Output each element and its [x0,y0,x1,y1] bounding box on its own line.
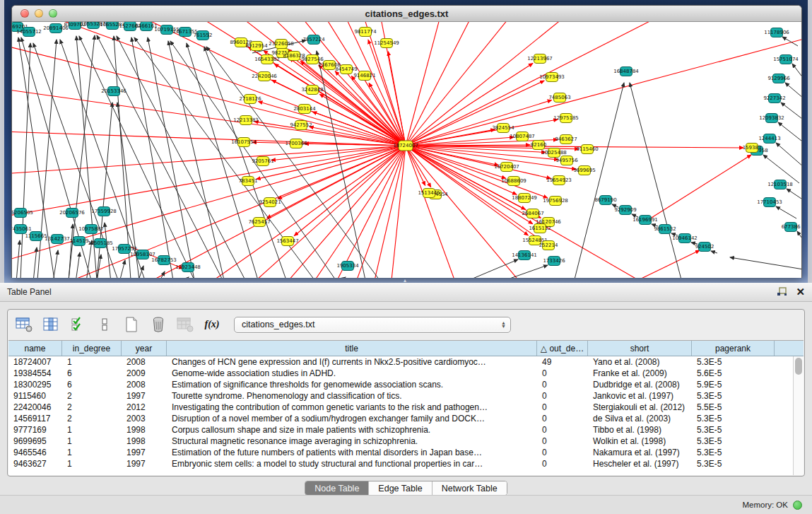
graph-node[interactable]: 10688609 [501,177,526,186]
select-all-icon[interactable] [69,315,87,334]
graph-node[interactable]: 23226058 [269,40,294,49]
scrollbar-thumb[interactable] [795,358,802,375]
table-row[interactable]: 2242004622012Investigating the contribut… [8,402,804,413]
graph-node[interactable]: 9699695 [573,166,595,175]
graph-node[interactable]: 16543382 [254,55,280,64]
table-cell[interactable]: 0 [537,390,588,402]
table-cell[interactable]: 1 [62,356,122,368]
graph-node[interactable]: 9227342 [763,94,785,103]
table-cell[interactable]: 5.3E-5 [692,390,775,402]
graph-node[interactable]: 1244413 [758,134,780,144]
graph-node[interactable]: 10946142 [672,234,698,243]
column-header-out_de[interactable]: △ out_de… [537,341,588,356]
graph-node[interactable]: 9205761 [252,157,273,166]
table-cell[interactable]: 2 [62,402,122,413]
tab-edge-table[interactable]: Edge Table [369,481,432,495]
graph-node[interactable]: 3242848 [301,86,323,95]
table-cell[interactable]: 5.3E-5 [692,458,775,469]
graph-node[interactable]: 7857224 [302,35,325,45]
table-cell[interactable]: 5.5E-5 [692,402,775,413]
graph-node[interactable]: 11254549 [374,39,399,48]
row-height-icon[interactable] [95,315,114,334]
tab-network-table[interactable]: Network Table [433,481,507,495]
graph-node[interactable]: 9115460 [576,145,598,154]
citation-edge[interactable] [500,265,548,278]
table-row[interactable]: 977716911998Corpus callosum shape and si… [8,424,804,436]
graph-node[interactable]: 16107554 [231,138,257,147]
table-cell[interactable]: de Silva et al. (2003) [588,413,692,424]
table-row[interactable]: 946362711997Embryonic stem cells: a mode… [8,458,804,469]
graph-node[interactable]: 7485063 [548,93,570,103]
table-cell[interactable]: Estimation of significance thresholds fo… [167,379,537,390]
table-cell[interactable]: 5.3E-5 [692,447,775,458]
table-cell[interactable]: Genome-wide association studies in ADHD. [167,368,537,379]
graph-node[interactable]: 8679190 [594,196,616,205]
graph-node[interactable]: 22420046 [252,72,277,81]
graph-node[interactable]: 9463627 [555,135,577,144]
table-cell[interactable]: Franke et al. (2009) [588,368,692,379]
graph-node[interactable]: 17359928 [91,207,117,216]
delete-table-icon[interactable] [176,315,194,334]
citation-edge[interactable] [730,257,801,269]
citation-edge[interactable] [648,155,751,220]
graph-node[interactable]: 16782753 [151,256,177,265]
graph-node[interactable]: 9427552 [290,121,312,130]
table-cell[interactable]: 1 [62,436,122,447]
table-cell[interactable]: 0 [537,424,588,436]
citation-edge[interactable] [18,37,54,278]
graph-node[interactable]: 10807487 [510,132,535,141]
graph-node[interactable]: 677386 [782,223,801,232]
table-cell[interactable]: 0 [537,379,588,390]
graph-node[interactable]: 26206505 [12,209,33,218]
graph-node[interactable]: 9861532 [654,225,676,234]
citation-edge[interactable] [763,155,799,183]
table-cell[interactable]: 6 [62,379,122,390]
graph-node[interactable]: 16848784 [613,67,639,76]
citation-edge[interactable] [20,43,30,278]
table-select-dropdown[interactable]: citations_edges.txt ▲▼ [234,317,511,333]
citation-edge[interactable] [278,146,406,199]
citation-edge[interactable] [464,259,518,278]
graph-node[interactable]: 924502 [695,243,714,252]
table-cell[interactable]: 1997 [122,390,167,402]
graph-node[interactable]: 20206576 [59,209,85,218]
table-cell[interactable]: 18724007 [8,356,62,368]
table-cell[interactable]: Jankovic et al. (1997) [588,390,692,402]
table-cell[interactable]: Yano et al. (2008) [588,356,692,368]
table-cell[interactable]: Tibbo et al. (1998) [588,424,692,436]
citation-edge[interactable] [114,36,131,278]
graph-node[interactable]: 761552 [194,31,213,40]
column-header-year[interactable]: year [122,341,167,356]
table-cell[interactable]: 2008 [122,379,167,390]
table-cell[interactable]: 5.9E-5 [692,379,775,390]
table-cell[interactable]: 22420046 [8,402,62,413]
table-cell[interactable]: Embryonic stem cells: a model to study s… [167,458,537,469]
table-cell[interactable]: 9465546 [8,447,62,458]
table-cell[interactable]: 18300295 [8,379,62,390]
citation-edge[interactable] [711,251,717,253]
tab-node-table[interactable]: Node Table [305,481,369,495]
table-cell[interactable]: Tourette syndrome. Phenomenology and cla… [167,390,537,402]
graph-node[interactable]: 12103518 [767,180,793,189]
citation-edge[interactable] [787,189,801,200]
graph-node[interactable]: 12213383 [233,116,259,125]
table-cell[interactable]: 2012 [122,402,167,413]
graph-node[interactable]: 3824554 [492,124,514,133]
table-cell[interactable]: 1998 [122,436,167,447]
show-column-icon[interactable] [42,315,60,334]
graph-node[interactable]: 10975887 [78,225,104,234]
table-cell[interactable]: 2 [62,413,122,424]
table-cell[interactable]: Disruption of a novel member of a sodium… [167,413,537,424]
citation-edge[interactable] [634,250,700,278]
graph-node[interactable]: 12093832 [759,114,784,123]
graph-node[interactable]: 1700366 [285,139,307,148]
graph-node[interactable]: 9495756 [555,156,578,165]
table-cell[interactable]: 2003 [122,413,167,424]
table-cell[interactable]: 19384554 [8,368,62,379]
graph-node[interactable]: 15751074 [773,55,799,64]
graph-node[interactable]: 12923448 [175,263,201,272]
table-cell[interactable]: 5.3E-5 [692,424,775,436]
column-header-short[interactable]: short [588,341,692,356]
table-row[interactable]: 1872400712008Changes of HCN gene express… [8,356,804,368]
table-row[interactable]: 1830029562008Estimation of significance … [8,379,804,390]
